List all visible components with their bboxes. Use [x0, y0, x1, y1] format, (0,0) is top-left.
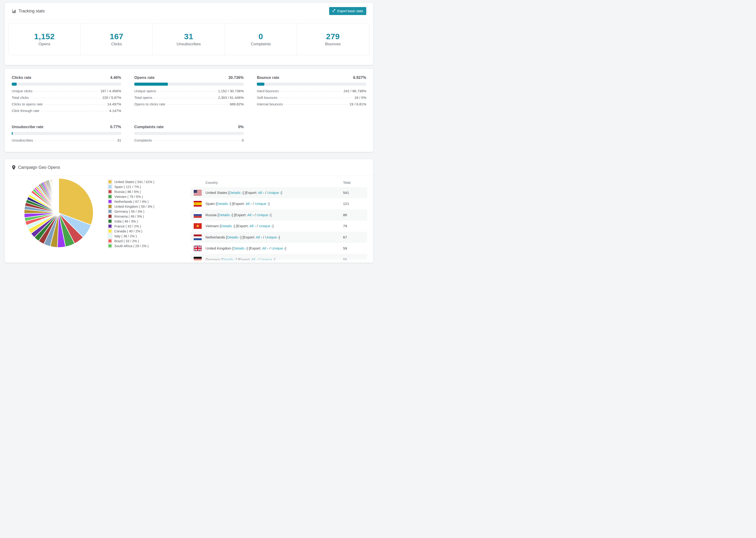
- export-unique-link[interactable]: Unique ›: [267, 190, 281, 194]
- details-link[interactable]: Details ›: [229, 190, 243, 194]
- legend-label: Brazil ( 33 / 2% ): [114, 239, 139, 243]
- rate-progress-fill: [134, 82, 168, 86]
- export-label: [Export:: [238, 257, 251, 261]
- rate-progress-fill: [12, 132, 13, 135]
- export-label: [Export:: [234, 213, 247, 217]
- total-cell: 67: [343, 235, 367, 240]
- export-unique-link[interactable]: Unique ›: [260, 257, 274, 261]
- export-unique-link[interactable]: Unique ›: [259, 224, 273, 228]
- total-cell: 541: [343, 190, 367, 195]
- column-header-country: Country: [205, 181, 343, 185]
- rate-detail-value: 167 / 4.456%: [100, 89, 121, 93]
- rate-progress-bar: [134, 82, 244, 86]
- export-all-link[interactable]: All ›: [262, 246, 268, 250]
- legend-swatch: [108, 199, 112, 203]
- legend-item[interactable]: Romania ( 49 / 3% ): [108, 214, 154, 219]
- pie-legend: United States ( 541 / 31% )Spain ( 121 /…: [108, 179, 154, 248]
- dotted-leader: [285, 104, 348, 105]
- page-title: Tracking stats: [19, 9, 45, 14]
- export-all-link[interactable]: All ›: [245, 202, 252, 206]
- rate-section-value: 6.927%: [353, 75, 366, 80]
- bracket: ]: [234, 224, 236, 228]
- table-row: Spain [Details ›] [Export: All › / Uniqu…: [190, 198, 367, 210]
- rate-detail-label: Total clicks: [12, 95, 29, 99]
- rate-detail-label: Internal bounces: [257, 102, 283, 106]
- country-cell: Russia [Details ›] [Export: All › / Uniq…: [205, 213, 343, 217]
- total-cell: 121: [343, 202, 367, 206]
- rate-detail-label: Soft bounces: [257, 95, 278, 99]
- legend-item[interactable]: Spain ( 121 / 7% ): [108, 184, 154, 189]
- details-link[interactable]: Details ›: [219, 213, 232, 217]
- export-unique-link[interactable]: Unique ›: [257, 213, 270, 217]
- us-flag-icon: [194, 190, 202, 195]
- rate-detail-value: 689.82%: [230, 102, 244, 106]
- legend-item[interactable]: Germany ( 55 / 3% ): [108, 209, 154, 214]
- geo-table-header: CountryTotal: [190, 178, 367, 187]
- legend-item[interactable]: Brazil ( 33 / 2% ): [108, 239, 154, 243]
- rate-detail-value: 31: [117, 138, 121, 142]
- table-row: Netherlands [Details ›] [Export: All › /…: [190, 232, 367, 243]
- rate-section-title: Opens rate: [134, 75, 154, 80]
- legend-item[interactable]: India ( 46 / 3% ): [108, 219, 154, 224]
- total-cell: 55: [343, 257, 367, 262]
- legend-item[interactable]: United States ( 541 / 31% ): [108, 179, 154, 184]
- rate-detail-value: 4.147%: [109, 109, 121, 113]
- pie-slice-other: [58, 178, 59, 213]
- rate-detail-row: Total clicks220 / 5.87%: [12, 95, 121, 102]
- legend-item[interactable]: France ( 42 / 2% ): [108, 224, 154, 229]
- legend-item[interactable]: Vietnam ( 79 / 5% ): [108, 194, 154, 199]
- details-link[interactable]: Details ›: [227, 235, 241, 239]
- export-all-link[interactable]: All ›: [256, 235, 262, 239]
- rate-progress-bar: [134, 132, 244, 135]
- export-button-label: Export basic stats: [337, 9, 363, 13]
- summary-stat-cell: 1,152Opens: [9, 23, 81, 55]
- export-all-link[interactable]: All ›: [247, 213, 253, 217]
- export-icon: [332, 9, 336, 13]
- rate-detail-rows: Hard bounces242 / 86.738%Soft bounces18 …: [257, 89, 366, 109]
- export-all-link[interactable]: All ›: [251, 257, 257, 261]
- legend-item[interactable]: Canada ( 40 / 2% ): [108, 229, 154, 234]
- legend-swatch: [108, 209, 112, 213]
- legend-item[interactable]: Italy ( 36 / 2% ): [108, 234, 154, 239]
- bracket: ]: [281, 190, 282, 194]
- rate-detail-row: Internal bounces19 / 6.81%: [257, 102, 366, 109]
- legend-item[interactable]: Russia ( 86 / 5% ): [108, 189, 154, 194]
- rate-section-header: Unsubscribe rate0.77%: [12, 125, 121, 129]
- rate-detail-value: 0: [242, 138, 244, 142]
- legend-label: Vietnam ( 79 / 5% ): [114, 195, 143, 198]
- rate-section-value: 0.77%: [110, 125, 121, 129]
- rate-section: Complaints rate0%Complaints0: [134, 125, 244, 145]
- bracket: ]: [269, 202, 270, 206]
- details-link[interactable]: Details ›: [222, 257, 236, 261]
- geo-card-header: Campaign Geo Opens: [5, 159, 373, 176]
- summary-stat-value: 167: [110, 32, 123, 41]
- legend-item[interactable]: Netherlands ( 67 / 4% ): [108, 199, 154, 204]
- tracking-stats-header: Tracking stats Export basic stats: [5, 3, 373, 20]
- export-unique-link[interactable]: Unique ›: [271, 246, 285, 250]
- export-label: [Export:: [244, 190, 258, 194]
- details-link[interactable]: Details ›: [233, 246, 247, 250]
- dotted-leader: [30, 98, 101, 98]
- rate-detail-row: Total opens2,303 / 61.446%: [134, 95, 244, 102]
- bracket: ]: [279, 235, 280, 239]
- total-cell: 86: [343, 213, 367, 217]
- rate-section-title: Bounce rate: [257, 75, 279, 80]
- dotted-leader: [154, 98, 216, 98]
- export-all-link[interactable]: All ›: [258, 190, 264, 194]
- export-label: [Export:: [249, 246, 262, 250]
- bracket: ]: [274, 257, 275, 261]
- export-unique-link[interactable]: Unique ›: [265, 235, 279, 239]
- rate-detail-label: Unsubscribes: [12, 138, 33, 142]
- rate-section-header: Bounce rate6.927%: [257, 75, 366, 80]
- export-unique-link[interactable]: Unique ›: [255, 202, 269, 206]
- export-basic-stats-button[interactable]: Export basic stats: [329, 7, 366, 15]
- legend-item[interactable]: United Kingdom ( 59 / 3% ): [108, 204, 154, 209]
- details-link[interactable]: Details ›: [217, 202, 230, 206]
- summary-stat-value: 1,152: [34, 32, 55, 41]
- rate-progress-bar: [12, 132, 121, 135]
- country-cell: United States [Details ›] [Export: All ›…: [205, 190, 343, 195]
- export-all-link[interactable]: All ›: [249, 224, 256, 228]
- rate-detail-row: Hard bounces242 / 86.738%: [257, 89, 366, 95]
- details-link[interactable]: Details ›: [221, 224, 234, 228]
- legend-item[interactable]: South Africa ( 29 / 2% ): [108, 243, 154, 248]
